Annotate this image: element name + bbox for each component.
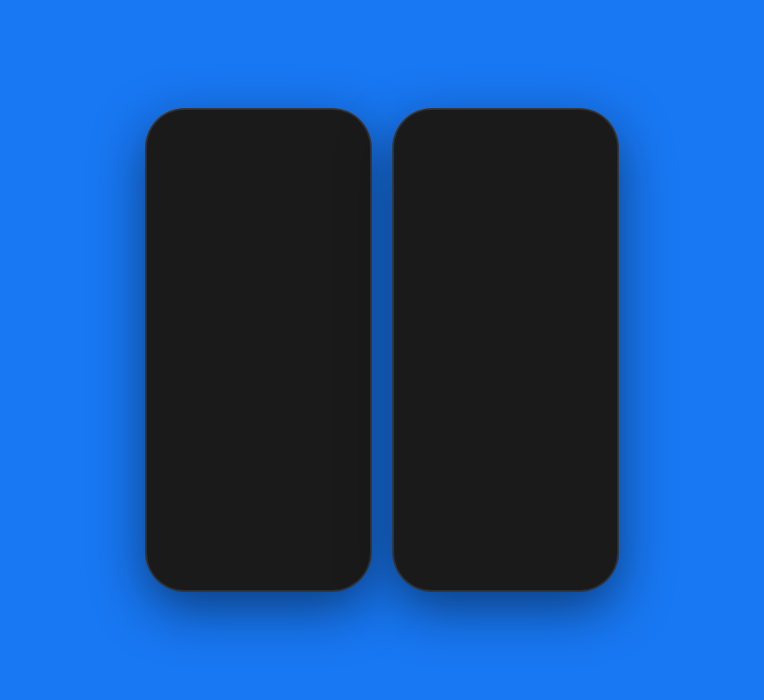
joined-label: Joined <box>196 373 232 386</box>
lb-avatar-1 <box>413 212 444 243</box>
composer-avatar <box>166 455 195 484</box>
leaderboard-item-3[interactable]: Brandon Morales #3 170 <box>401 294 610 339</box>
svg-point-44 <box>426 489 432 495</box>
invite-icon: 👤+ <box>279 373 300 386</box>
settings-icon-1[interactable]: ⚙ <box>312 148 325 166</box>
group-meta: Private League · 50 Members <box>166 314 351 324</box>
lb-name-1: Veronica Jones <box>452 216 554 229</box>
phone1: 2:04 ▲▲▲ ∿ ▐▌ ‹ ⚙ <box>147 110 370 590</box>
lb-rank-7: #7 <box>452 497 554 507</box>
leaderboard-item-5[interactable]: Serag Fouad #5 153 <box>401 383 610 428</box>
leaderboard-item-4[interactable]: Miguel Martínez #4 160 <box>401 339 610 383</box>
nav-menu-2[interactable]: ≡ <box>568 551 610 571</box>
leaderboard-title: League Leaderboard <box>413 183 598 200</box>
lb-rank-2: #2 <box>452 274 554 284</box>
svg-marker-48 <box>459 556 469 566</box>
lb-info-5: Serag Fouad #5 <box>452 395 554 418</box>
post-actions: 📹 Live 🖼 Photo 💬 Discuss <box>154 491 363 527</box>
hero-image: ♪ ♪ <box>154 174 363 286</box>
svg-point-32 <box>172 538 178 544</box>
lb-name-2: Patricia Ramírez <box>452 261 554 274</box>
back-button-2[interactable]: ‹ <box>413 147 419 166</box>
bottom-nav-2: 🏠 🔔 ≡ <box>401 543 610 582</box>
phone1-screen: 2:04 ▲▲▲ ∿ ▐▌ ‹ ⚙ <box>154 118 363 582</box>
group-info: Fantasy Friends Private League · 50 Memb… <box>154 286 363 427</box>
post-composer: Write something... <box>154 448 363 491</box>
nav-header-1: ‹ ⚙ <box>154 142 363 174</box>
photo-button[interactable]: 🖼 Photo <box>227 497 291 521</box>
svg-point-41 <box>426 355 432 361</box>
status-bar-1: 2:04 ▲▲▲ ∿ ▐▌ <box>154 118 363 142</box>
lb-info-7: Sudarshan S. #7 <box>452 484 554 507</box>
leaderboard-item-7[interactable]: Sudarshan S. #7 148 <box>401 473 610 517</box>
lb-score-4: 160 <box>562 352 598 371</box>
leaderboard-item-6[interactable]: Eduarda Lopes #6 151 <box>401 428 610 473</box>
active-indicator-2 <box>578 574 602 576</box>
leaderboard-button[interactable]: Leaderboard <box>220 399 312 422</box>
member-more[interactable]: ··· <box>300 331 327 359</box>
leaderboard-title-section: League Leaderboard <box>401 174 610 205</box>
svg-point-42 <box>426 400 432 406</box>
nav-video-2[interactable] <box>443 551 485 571</box>
status-icons-1: ▲▲▲ ∿ ▐▌ <box>294 127 346 136</box>
lb-score-3: 170 <box>562 307 598 327</box>
svg-point-49 <box>501 556 506 560</box>
search-icon-2[interactable] <box>583 147 598 166</box>
lb-score-5: 153 <box>562 396 598 416</box>
phone2: 2:04 ▲▲▲ ∿ ▐▌ ‹ Leaderboard ⚙ <box>394 110 617 590</box>
svg-rect-28 <box>257 256 289 261</box>
post-header: Drew Young 1h · 🌐 ··· <box>166 535 351 564</box>
lb-name-3: Brandon Morales <box>452 305 554 318</box>
nav-groups-2[interactable] <box>485 551 527 571</box>
divider-1 <box>154 434 363 441</box>
signal-icon-2: ▲▲▲ <box>542 127 567 136</box>
discuss-label: Discuss <box>314 504 350 514</box>
nav-header-2: ‹ Leaderboard ⚙ <box>401 142 610 174</box>
lb-info-6: Eduarda Lopes #6 <box>452 439 554 462</box>
lb-score-8: 135 <box>562 530 598 544</box>
lb-rank-6: #6 <box>452 452 554 462</box>
joined-icon: 👥 <box>178 373 191 386</box>
svg-point-40 <box>426 311 432 317</box>
group-name: Fantasy Friends <box>166 294 351 312</box>
photo-icon: 🖼 <box>237 502 249 516</box>
invite-button[interactable]: 👤+ Invite <box>261 367 351 392</box>
member-avatars: A B C D E F ··· <box>166 331 351 359</box>
post-more-button[interactable]: ··· <box>338 535 351 553</box>
lb-info-4: Miguel Martínez #4 <box>452 350 554 373</box>
play-button[interactable]: Play <box>166 399 213 422</box>
leaderboard-list: Veronica Jones #1 195 Patricia Ramírez #… <box>401 205 610 543</box>
phone2-screen: 2:04 ▲▲▲ ∿ ▐▌ ‹ Leaderboard ⚙ <box>401 118 610 582</box>
lb-avatar-4 <box>413 346 444 377</box>
lb-avatar-8 <box>413 524 444 543</box>
lb-avatar-2 <box>413 256 444 287</box>
nav-home-2[interactable]: 🏠 <box>401 551 443 571</box>
lb-name-4: Miguel Martínez <box>452 350 554 363</box>
live-icon: 📹 <box>175 502 190 516</box>
svg-point-38 <box>426 221 432 227</box>
status-bar-2: 2:04 ▲▲▲ ∿ ▐▌ <box>401 118 610 142</box>
lb-avatar-5 <box>413 390 444 421</box>
live-button[interactable]: 📹 Live <box>162 497 227 521</box>
composer-input[interactable]: Write something... <box>202 456 351 483</box>
discuss-button[interactable]: 💬 Discuss <box>290 497 355 521</box>
lb-name-6: Eduarda Lopes <box>452 439 554 452</box>
leaderboard-item-2[interactable]: Patricia Ramírez #2 180 <box>401 250 610 294</box>
wifi-icon: ∿ <box>324 127 330 136</box>
joined-button[interactable]: 👥 Joined ▾ <box>166 367 254 392</box>
back-button-1[interactable]: ‹ <box>166 147 172 166</box>
battery-icon: ▐▌ <box>334 127 346 136</box>
svg-point-39 <box>426 266 432 272</box>
nav-bell-2[interactable]: 🔔 <box>526 551 568 571</box>
nav-icons-1: ⚙ <box>312 147 351 166</box>
leaderboard-item-1[interactable]: Veronica Jones #1 195 <box>401 205 610 250</box>
post-meta: 1h · 🌐 <box>202 548 331 558</box>
svg-line-1 <box>346 157 349 160</box>
search-icon-1[interactable] <box>336 147 351 166</box>
post-text: The Mets are going to win for sure! <box>202 570 351 582</box>
post-author-avatar <box>166 535 195 564</box>
settings-icon-2[interactable]: ⚙ <box>559 148 573 166</box>
leaderboard-item-8[interactable]: Fatih Tekin #8 135 <box>401 517 610 543</box>
lb-score-2: 180 <box>562 262 598 282</box>
lb-name-5: Serag Fouad <box>452 395 554 407</box>
